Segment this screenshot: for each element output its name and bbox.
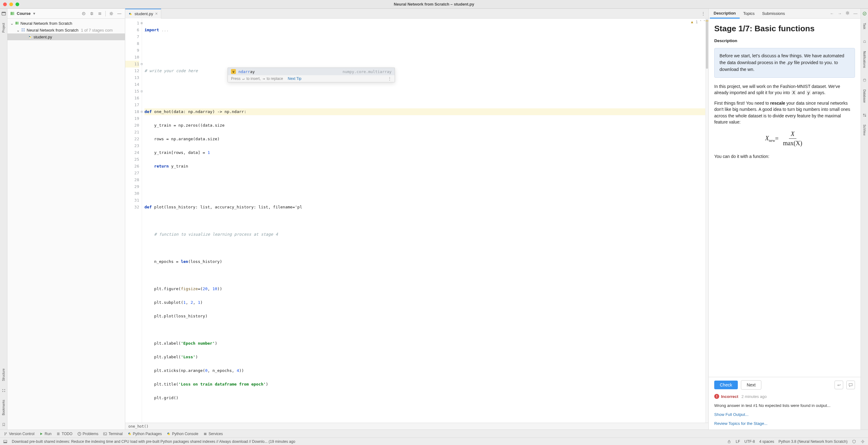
status-lf[interactable]: LF bbox=[736, 439, 740, 444]
status-message[interactable]: Download pre-built shared indexes: Reduc… bbox=[12, 439, 723, 444]
sciview-icon[interactable] bbox=[862, 113, 867, 118]
task-actions: Check Next ↩ ! Incorrect 2 minutes ago W… bbox=[709, 377, 861, 430]
expand-all-icon[interactable] bbox=[89, 10, 95, 17]
svg-point-26 bbox=[129, 433, 131, 435]
more-options-icon[interactable]: ⋮ bbox=[388, 76, 392, 81]
autocomplete-item[interactable]: v ndarray numpy.core.multiarray bbox=[228, 68, 395, 75]
back-icon[interactable]: ← bbox=[828, 11, 836, 16]
tree-file[interactable]: student.py bbox=[7, 33, 125, 40]
chevron-down-icon[interactable]: ⌄ bbox=[16, 28, 20, 33]
task-tabs: Description Topics Submissions ← → — bbox=[709, 9, 861, 19]
svg-rect-29 bbox=[204, 433, 207, 434]
rail-sciview-label[interactable]: SciView bbox=[863, 123, 866, 137]
tree-root-label: Neural Network from Scratch bbox=[21, 21, 72, 26]
titlebar: Neural Network from Scratch – student.py bbox=[0, 0, 868, 9]
next-button[interactable]: Next bbox=[741, 380, 762, 389]
task-tool-icon[interactable] bbox=[862, 11, 867, 16]
tree-stage-label: Neural Network from Scratch bbox=[27, 28, 79, 33]
warning-icon[interactable]: ▲ bbox=[690, 20, 694, 24]
status-tool-icon[interactable] bbox=[3, 439, 7, 444]
rail-task-label[interactable]: Task bbox=[863, 22, 866, 31]
svg-rect-19 bbox=[865, 115, 866, 117]
course-title[interactable]: Course bbox=[17, 11, 31, 16]
svg-point-10 bbox=[30, 37, 31, 38]
autocomplete-hint: Press ↵ to insert, ⇥ to replace Next Tip… bbox=[228, 75, 395, 82]
editor-area: student.py ✕ ⋮ 1678910 1112131415 161718… bbox=[125, 9, 709, 430]
close-icon[interactable] bbox=[3, 2, 7, 6]
tab-description[interactable]: Description bbox=[710, 9, 740, 19]
tool-todo[interactable]: TODO bbox=[56, 432, 72, 436]
shield-icon[interactable] bbox=[852, 439, 856, 444]
project-tool-icon[interactable] bbox=[1, 11, 6, 16]
status-encoding[interactable]: UTF-8 bbox=[744, 439, 755, 444]
python-file-icon bbox=[128, 12, 133, 16]
svg-point-28 bbox=[168, 433, 170, 435]
revert-icon[interactable]: ↩ bbox=[835, 381, 843, 389]
chevron-down-icon[interactable]: ⌄ bbox=[10, 21, 13, 26]
rail-bookmarks-label[interactable]: Bookmarks bbox=[2, 399, 5, 416]
code-editor[interactable]: 1678910 1112131415 161718192021 22232425… bbox=[125, 19, 708, 423]
chevron-down-icon[interactable]: ▾ bbox=[33, 11, 35, 16]
course-panel: Course ▾ — ⌄ Neural Network from Scratch… bbox=[7, 9, 125, 430]
close-icon[interactable]: ✕ bbox=[155, 12, 158, 16]
check-button[interactable]: Check bbox=[714, 381, 738, 389]
prev-highlight-icon[interactable]: ˄ bbox=[700, 20, 702, 24]
scrollbar[interactable] bbox=[705, 19, 708, 423]
hide-panel-icon[interactable]: — bbox=[116, 10, 122, 17]
tool-terminal[interactable]: Terminal bbox=[103, 432, 122, 436]
database-icon[interactable] bbox=[862, 78, 867, 83]
structure-icon[interactable] bbox=[1, 388, 6, 393]
show-output-link[interactable]: Show Full Output... bbox=[714, 412, 855, 417]
editor-inspection-badges: ▲ 1 ˄ ˅ bbox=[690, 20, 705, 24]
desc-paragraph: First things first! You need to rescale … bbox=[714, 100, 855, 125]
rail-structure-label[interactable]: Structure bbox=[2, 367, 5, 382]
tree-stage[interactable]: ⌄ Neural Network from Scratch 1 of 7 sta… bbox=[7, 27, 125, 33]
gear-icon[interactable] bbox=[843, 11, 851, 16]
rail-database-label[interactable]: Database bbox=[863, 88, 866, 104]
tool-services[interactable]: Services bbox=[204, 432, 223, 436]
window-controls[interactable] bbox=[0, 2, 19, 6]
tab-topics[interactable]: Topics bbox=[740, 9, 758, 19]
tab-overflow-icon[interactable]: ⋮ bbox=[698, 11, 708, 16]
breadcrumb[interactable]: one_hot() bbox=[125, 423, 708, 430]
course-tree: ⌄ Neural Network from Scratch ⌄ Neural N… bbox=[7, 19, 125, 40]
python-file-icon bbox=[28, 35, 32, 39]
next-tip-link[interactable]: Next Tip bbox=[288, 76, 301, 81]
lock-icon[interactable] bbox=[727, 439, 731, 444]
tool-python-packages[interactable]: Python Packages bbox=[128, 432, 162, 436]
tool-python-console[interactable]: Python Console bbox=[167, 432, 198, 436]
tool-run[interactable]: Run bbox=[39, 432, 52, 436]
maximize-icon[interactable] bbox=[16, 2, 19, 6]
minimize-icon[interactable] bbox=[9, 2, 13, 6]
tool-problems[interactable]: Problems bbox=[78, 432, 99, 436]
hide-panel-icon[interactable]: — bbox=[851, 11, 859, 16]
svg-rect-7 bbox=[24, 29, 25, 30]
bell-icon[interactable] bbox=[862, 39, 867, 44]
variable-badge-icon: v bbox=[231, 69, 236, 74]
svg-rect-17 bbox=[865, 114, 866, 115]
tree-root[interactable]: ⌄ Neural Network from Scratch bbox=[7, 20, 125, 27]
code-body[interactable]: import ... # write your code here def on… bbox=[142, 19, 705, 423]
editor-tab-student[interactable]: student.py ✕ bbox=[125, 9, 161, 19]
settings-icon[interactable] bbox=[861, 439, 865, 444]
gear-icon[interactable] bbox=[108, 10, 114, 17]
autocomplete-popup[interactable]: v ndarray numpy.core.multiarray Press ↵ … bbox=[227, 68, 395, 82]
collapse-all-icon[interactable] bbox=[97, 10, 103, 17]
next-highlight-icon[interactable]: ˅ bbox=[703, 20, 705, 24]
status-indent[interactable]: 4 spaces bbox=[759, 439, 774, 444]
svg-point-15 bbox=[863, 79, 866, 80]
tool-version-control[interactable]: Version Control bbox=[4, 432, 34, 436]
status-interpreter[interactable]: Python 3.8 (Neural Network from Scratch) bbox=[778, 439, 847, 444]
bookmark-icon[interactable] bbox=[1, 422, 6, 427]
review-topics-link[interactable]: Review Topics for the Stage... bbox=[714, 421, 855, 426]
course-icon bbox=[10, 11, 15, 16]
window-title: Neural Network from Scratch – student.py bbox=[0, 2, 868, 6]
forward-icon[interactable]: → bbox=[836, 11, 843, 16]
svg-point-13 bbox=[847, 12, 848, 13]
tab-submissions[interactable]: Submissions bbox=[758, 9, 788, 19]
rail-notifications-label[interactable]: Notifications bbox=[863, 50, 866, 69]
rail-project-label[interactable]: Project bbox=[2, 22, 5, 34]
comment-icon[interactable] bbox=[846, 381, 855, 389]
locate-icon[interactable] bbox=[81, 10, 87, 17]
svg-point-4 bbox=[111, 13, 112, 14]
